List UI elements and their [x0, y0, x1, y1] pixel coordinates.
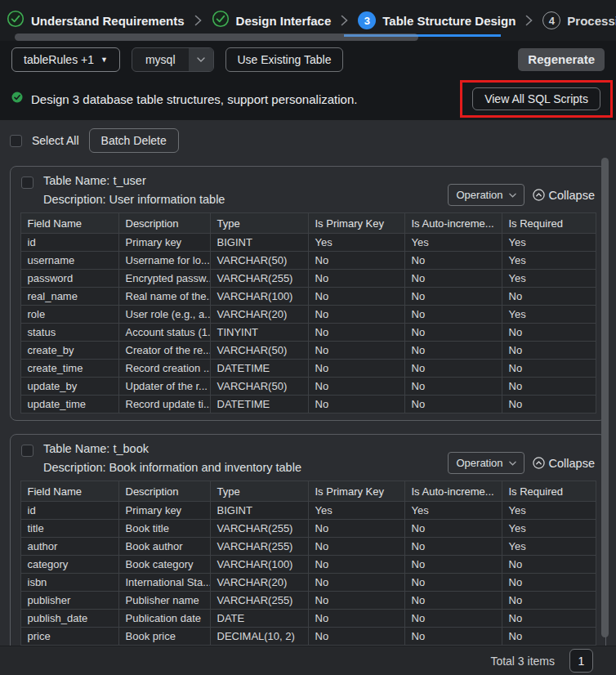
table-cell: Creator of the re... — [118, 342, 210, 360]
header-row: Field NameDescriptionTypeIs Primary KeyI… — [20, 213, 596, 234]
table-cell: Real name of the... — [118, 288, 210, 306]
select-all-checkbox[interactable] — [10, 135, 22, 147]
table-cell: No — [404, 342, 502, 360]
table-row: idPrimary keyBIGINTYesYesYes — [20, 502, 596, 520]
operation-select-value: Operation — [456, 189, 502, 201]
table-cell: No — [308, 252, 404, 270]
column-header: Field Name — [20, 213, 118, 234]
step-table-structure-design[interactable]: 3 Table Structure Design — [358, 11, 516, 29]
use-existing-table-button[interactable]: Use Existing Table — [225, 47, 344, 72]
table-cell: Yes — [502, 252, 596, 270]
table-cell: Yes — [308, 234, 404, 252]
select-all-label: Select All — [32, 134, 79, 147]
table-description: Description: Book information and invent… — [43, 461, 301, 474]
table-row: idPrimary keyBIGINTYesYesYes — [20, 234, 596, 252]
table-row: isbnInternational Sta...VARCHAR(20)NoNoN… — [20, 574, 596, 592]
table-cell: No — [308, 628, 404, 646]
table-cell: VARCHAR(50) — [210, 378, 308, 396]
operation-select[interactable]: Operation — [448, 452, 524, 474]
table-cell: No — [308, 360, 404, 378]
table-cell: No — [308, 288, 404, 306]
table-row: statusAccount status (1...TINYINTNoNoNo — [20, 324, 596, 342]
table-cell: VARCHAR(255) — [210, 538, 308, 556]
table-row: roleUser role (e.g., a...VARCHAR(20)NoNo… — [20, 306, 596, 324]
collapse-button[interactable]: Collapse — [533, 457, 595, 470]
table-cell: DATETIME — [210, 396, 308, 413]
view-all-sql-scripts-button[interactable]: View All SQL Scripts — [472, 87, 600, 110]
table-select-checkbox[interactable] — [21, 177, 33, 189]
table-cell: Primary key — [118, 234, 210, 252]
bulk-controls: Select All Batch Delete — [10, 128, 606, 153]
table-cell: VARCHAR(20) — [210, 306, 308, 324]
card-titles: Table Name: t_user Description: User inf… — [43, 174, 225, 206]
table-cell: Book author — [118, 538, 210, 556]
table-cell: No — [502, 574, 596, 592]
table-select-checkbox[interactable] — [21, 445, 33, 457]
table-cell: Record creation ... — [118, 360, 210, 378]
table-cell: VARCHAR(255) — [210, 592, 308, 610]
vertical-scrollbar[interactable] — [601, 158, 609, 637]
table-cell: Yes — [404, 234, 502, 252]
collapse-label: Collapse — [549, 189, 595, 202]
pagination-footer: Total 3 items 1 — [0, 646, 616, 675]
fields-table-head: Field NameDescriptionTypeIs Primary KeyI… — [20, 213, 596, 234]
column-header: Is Required — [502, 481, 596, 502]
table-cell: No — [308, 610, 404, 628]
table-cell: Encrypted passw... — [118, 270, 210, 288]
table-cell: No — [404, 556, 502, 574]
table-cell: VARCHAR(100) — [210, 288, 308, 306]
table-cell: Yes — [308, 502, 404, 520]
status-message: Design 3 database table structures, supp… — [31, 92, 357, 106]
column-header: Type — [210, 213, 308, 234]
table-cell: VARCHAR(100) — [210, 556, 308, 574]
table-cell: VARCHAR(255) — [210, 270, 308, 288]
table-cell: title — [20, 520, 118, 538]
table-row: create_byCreator of the re...VARCHAR(50)… — [20, 342, 596, 360]
horizontal-scrollbar[interactable] — [15, 34, 418, 41]
table-row: priceBook priceDECIMAL(10, 2)NoNoNo — [20, 628, 596, 646]
table-cell: VARCHAR(50) — [210, 342, 308, 360]
table-row: passwordEncrypted passw...VARCHAR(255)No… — [20, 270, 596, 288]
column-header: Is Required — [502, 213, 596, 234]
chevron-right-icon — [525, 15, 533, 26]
table-cell: Book category — [118, 556, 210, 574]
table-row: real_nameReal name of the...VARCHAR(100)… — [20, 288, 596, 306]
fields-table-body: idPrimary keyBIGINTYesYesYesusernameUser… — [20, 234, 596, 413]
chevron-down-icon — [509, 193, 516, 198]
header: Understand Requirements Design Interface… — [0, 0, 616, 120]
step-understand-requirements[interactable]: Understand Requirements — [7, 10, 185, 31]
regenerate-button[interactable]: Regenerate — [518, 48, 605, 71]
stepper: Understand Requirements Design Interface… — [0, 0, 616, 41]
table-cell: No — [308, 396, 404, 413]
table-rules-dropdown[interactable]: tableRules +1 ▼ — [11, 47, 120, 72]
table-cell: No — [502, 628, 596, 646]
table-cell: No — [404, 288, 502, 306]
table-cell: Yes — [502, 502, 596, 520]
chevron-right-icon — [194, 15, 202, 26]
success-check-icon — [11, 92, 23, 106]
fields-table: Field NameDescriptionTypeIs Primary KeyI… — [20, 481, 596, 646]
collapse-button[interactable]: Collapse — [533, 189, 595, 202]
chevron-right-icon — [341, 15, 348, 26]
column-header: Is Auto-increme... — [404, 213, 502, 234]
database-select[interactable]: mysql — [132, 47, 214, 72]
table-cell: No — [308, 538, 404, 556]
table-cell: No — [308, 270, 404, 288]
step-number-badge: 4 — [542, 11, 560, 29]
table-cell: Publisher name — [118, 592, 210, 610]
table-cell: id — [20, 502, 118, 520]
table-cell: No — [308, 306, 404, 324]
page-1-button[interactable]: 1 — [569, 649, 593, 673]
column-header: Type — [210, 481, 308, 502]
batch-delete-button[interactable]: Batch Delete — [89, 128, 179, 153]
table-cell: create_by — [20, 342, 118, 360]
operation-select[interactable]: Operation — [448, 184, 524, 206]
chevron-down-icon — [509, 461, 516, 466]
column-header: Is Primary Key — [308, 481, 404, 502]
step-design-interface[interactable]: Design Interface — [212, 10, 332, 31]
table-row: create_timeRecord creation ...DATETIMENo… — [20, 360, 596, 378]
step-processing-logic[interactable]: 4 Processing L — [542, 11, 616, 29]
step-done-check-icon — [7, 10, 25, 31]
card-header: Table Name: t_book Description: Book inf… — [15, 435, 601, 481]
page: Understand Requirements Design Interface… — [0, 0, 616, 675]
